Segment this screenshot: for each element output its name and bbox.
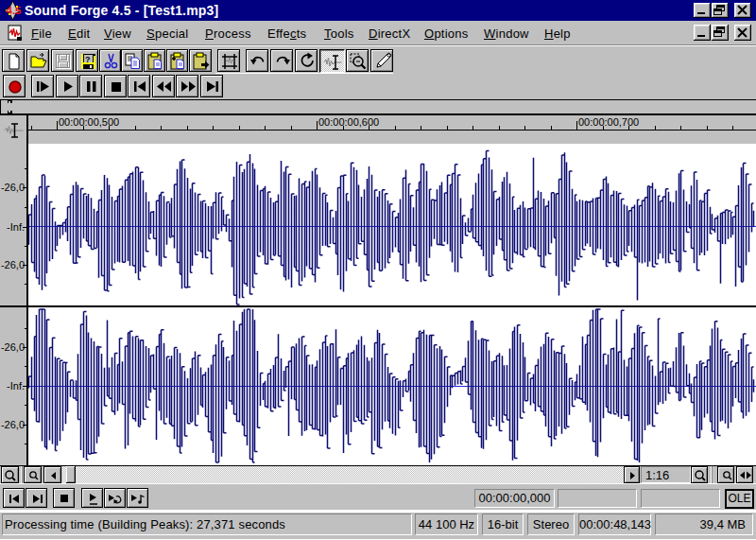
svg-text:4.5: 4.5 bbox=[7, 5, 23, 16]
